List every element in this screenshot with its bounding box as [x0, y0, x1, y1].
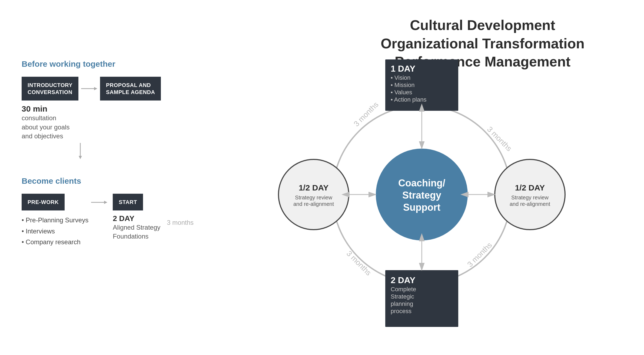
page: Cultural Development Organizational Tran… [0, 0, 644, 355]
introductory-subtext: 30 min consultation about your goals and… [22, 104, 205, 141]
svg-text:1 DAY: 1 DAY [391, 64, 415, 73]
prework-item-2: Company research [22, 237, 88, 248]
prework-col: PRE-WORK Pre-Planning Surveys Interviews… [22, 194, 88, 248]
svg-marker-1 [94, 87, 97, 90]
start-day: 2 DAY [113, 214, 160, 223]
become-heading: Become clients [22, 176, 205, 186]
svg-text:Coaching/: Coaching/ [398, 178, 445, 189]
become-section: Become clients PRE-WORK Pre-Planning Sur… [22, 176, 205, 248]
start-col: START 2 DAY Aligned Strategy Foundations [113, 194, 160, 241]
arrow-down-wrapper [22, 143, 205, 160]
prework-list: Pre-Planning Surveys Interviews Company … [22, 215, 88, 248]
left-section: Before working together INTRODUCTORY CON… [22, 59, 205, 248]
before-flow-row: INTRODUCTORY CONVERSATION PROPOSAL AND S… [22, 77, 205, 101]
consultation-text: consultation about your goals and object… [22, 113, 205, 141]
svg-text:Strategy review: Strategy review [295, 195, 332, 200]
svg-text:Strategy review: Strategy review [511, 195, 549, 200]
prework-item-1: Interviews [22, 226, 88, 237]
svg-text:1/2 DAY: 1/2 DAY [299, 183, 329, 192]
prework-box: PRE-WORK [22, 194, 65, 210]
svg-marker-5 [104, 201, 107, 204]
start-description: Aligned Strategy Foundations [113, 223, 160, 241]
start-box: START [113, 194, 143, 210]
thirty-min: 30 min [22, 104, 205, 113]
arrow-proposal-down [77, 143, 84, 160]
arrow-intro-to-proposal [81, 85, 97, 92]
svg-text:• Mission: • Mission [391, 82, 414, 88]
svg-text:process: process [391, 308, 411, 314]
svg-text:3 months: 3 months [466, 241, 493, 269]
svg-text:planning: planning [391, 300, 413, 307]
svg-text:Strategy: Strategy [402, 190, 441, 201]
svg-text:Support: Support [403, 202, 440, 213]
arrow-prework-to-start [91, 199, 107, 206]
svg-text:Complete: Complete [391, 286, 416, 293]
three-months-label: 3 months [167, 219, 194, 226]
start-desc: 2 DAY Aligned Strategy Foundations [113, 214, 160, 241]
svg-text:• Vision: • Vision [391, 74, 410, 81]
prework-item-0: Pre-Planning Surveys [22, 215, 88, 226]
svg-text:and re-alignment: and re-alignment [510, 201, 550, 207]
introductory-box: INTRODUCTORY CONVERSATION [22, 77, 78, 101]
svg-text:1/2 DAY: 1/2 DAY [515, 183, 545, 192]
prework-row: PRE-WORK Pre-Planning Surveys Interviews… [22, 194, 205, 248]
diagram-section: 3 months 3 months 3 months 3 months Coac… [222, 43, 622, 340]
title-line1: Cultural Development [410, 17, 555, 33]
svg-text:• Action plans: • Action plans [391, 96, 426, 103]
svg-text:Strategic: Strategic [391, 293, 414, 300]
before-heading: Before working together [22, 59, 205, 69]
svg-text:2 DAY: 2 DAY [391, 275, 415, 285]
diagram-svg: 3 months 3 months 3 months 3 months Coac… [222, 43, 622, 340]
svg-text:3 months: 3 months [486, 125, 513, 153]
svg-text:• Values: • Values [391, 89, 412, 96]
proposal-box: PROPOSAL AND SAMPLE AGENDA [100, 77, 161, 101]
svg-text:3 months: 3 months [352, 100, 380, 128]
svg-marker-3 [79, 156, 82, 159]
svg-text:3 months: 3 months [345, 249, 373, 277]
svg-text:and re-alignment: and re-alignment [293, 201, 334, 207]
